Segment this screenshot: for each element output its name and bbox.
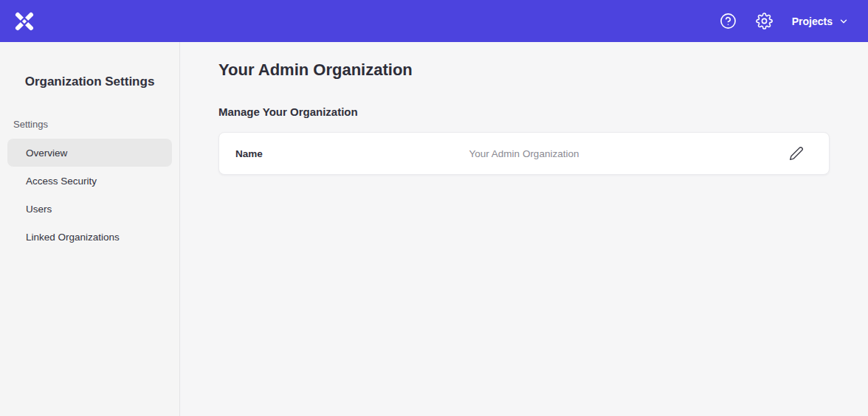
settings-section-label: Settings <box>13 119 179 130</box>
name-setting-card: Name Your Admin Organization <box>218 132 830 175</box>
edit-name-button[interactable] <box>786 143 807 164</box>
sidebar: Organization Settings Settings Overview … <box>0 42 180 416</box>
page-title: Your Admin Organization <box>218 60 830 80</box>
sidebar-item-label: Access Security <box>26 176 97 187</box>
pencil-icon <box>789 146 804 161</box>
topbar-actions: Projects <box>720 13 849 30</box>
name-field-label: Name <box>235 148 263 159</box>
sidebar-item-users[interactable]: Users <box>7 195 172 223</box>
sidebar-item-label: Overview <box>26 148 67 159</box>
settings-button[interactable] <box>756 13 773 30</box>
help-button[interactable] <box>720 13 737 30</box>
top-navigation-bar: Projects <box>0 0 868 42</box>
page-layout: Organization Settings Settings Overview … <box>0 42 868 416</box>
sidebar-item-access-security[interactable]: Access Security <box>7 167 172 195</box>
projects-dropdown-label: Projects <box>792 15 833 27</box>
main-content: Your Admin Organization Manage Your Orga… <box>180 42 868 416</box>
mixpanel-x-icon <box>13 11 35 32</box>
projects-dropdown[interactable]: Projects <box>792 15 849 27</box>
name-field-value: Your Admin Organization <box>469 148 579 159</box>
section-title: Manage Your Organization <box>218 105 830 119</box>
sidebar-nav: Overview Access Security Users Linked Or… <box>0 139 179 251</box>
sidebar-item-overview[interactable]: Overview <box>7 139 172 167</box>
chevron-down-icon <box>838 16 849 27</box>
sidebar-item-linked-organizations[interactable]: Linked Organizations <box>7 223 172 251</box>
help-circle-icon <box>720 13 737 30</box>
mixpanel-logo[interactable] <box>13 11 35 32</box>
sidebar-item-label: Linked Organizations <box>26 232 120 243</box>
sidebar-title: Organization Settings <box>0 74 179 89</box>
gear-icon <box>756 13 773 30</box>
sidebar-item-label: Users <box>26 204 52 215</box>
